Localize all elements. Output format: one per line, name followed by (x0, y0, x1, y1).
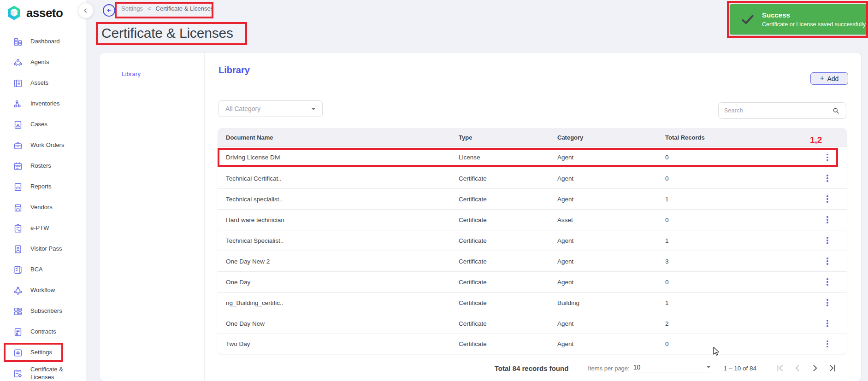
table-body: Driving License DiviLicenseAgent0Technic… (218, 147, 847, 354)
cell-document-name: Two Day (218, 340, 459, 347)
last-page-button[interactable] (827, 362, 838, 374)
sidebar-item-label: Subscribers (30, 307, 74, 315)
column-header: Type (459, 134, 557, 141)
cell-actions (794, 235, 847, 246)
next-page-button[interactable] (809, 362, 821, 374)
table-row[interactable]: One Day New 2CertificateAgent3 (218, 251, 847, 271)
cell-total-records: 1 (665, 299, 794, 306)
table-row[interactable]: Driving License DiviLicenseAgent0 (218, 147, 847, 168)
category-filter-dropdown[interactable]: All Category (218, 100, 323, 117)
row-actions-kebab-icon[interactable] (824, 318, 831, 328)
cell-type: Certificate (459, 279, 557, 286)
next-page-icon (810, 363, 820, 373)
breadcrumb-settings[interactable]: Settings (121, 5, 143, 12)
cell-type: Certificate (459, 175, 557, 182)
back-arrow-icon (105, 6, 113, 14)
sidebar-collapse-button[interactable] (78, 3, 94, 18)
rosters-icon (13, 161, 23, 171)
sidebar-item-bca[interactable]: BCA (0, 259, 86, 280)
last-page-icon (827, 363, 838, 373)
row-actions-kebab-icon[interactable] (824, 215, 831, 225)
brand-name: asseto (26, 6, 63, 20)
row-actions-kebab-icon[interactable] (824, 235, 831, 246)
items-per-page-select[interactable]: 10 (633, 363, 711, 373)
cell-total-records: 0 (665, 154, 794, 161)
cell-type: Certificate (459, 340, 557, 347)
back-button[interactable] (103, 4, 115, 17)
column-header: Category (557, 134, 665, 141)
table-row[interactable]: Technical specialist..CertificateAgent1 (218, 188, 847, 209)
visitor-pass-icon (13, 244, 23, 254)
dashboard-icon (13, 37, 23, 47)
sidebar-item-work-orders[interactable]: Work Orders (0, 135, 86, 156)
sidebar-item-visitor-pass[interactable]: Visitor Pass (0, 239, 86, 259)
cell-category: Agent (557, 196, 665, 203)
search-icon[interactable] (832, 106, 840, 115)
row-actions-kebab-icon[interactable] (824, 173, 831, 183)
row-actions-kebab-icon[interactable] (824, 152, 831, 163)
sidebar-item-subscribers[interactable]: Subscribers (0, 301, 86, 322)
sidebar-item-inventories[interactable]: Inventories (0, 94, 86, 114)
sidebar-item-label: Contracts (30, 328, 74, 335)
sidebar-item-reports[interactable]: Reports (0, 176, 86, 197)
sidebar-item-label: Reports (30, 183, 74, 190)
row-actions-kebab-icon[interactable] (824, 194, 831, 204)
breadcrumb-separator: < (148, 5, 151, 12)
sidebar-item-assets[interactable]: Assets (0, 73, 86, 94)
cell-type: Certificate (459, 258, 557, 265)
cell-document-name: Technical Specialist.. (218, 237, 459, 244)
sidebar-item-agents[interactable]: Agents (0, 52, 86, 73)
tab-library[interactable]: Library (122, 70, 141, 77)
table-row[interactable]: Hard ware technicianCertificateAsset0 (218, 209, 847, 230)
cell-category: Agent (557, 258, 665, 265)
subscribers-icon (13, 306, 23, 317)
search-input[interactable] (724, 107, 832, 114)
sidebar-item-label: Inventories (30, 100, 74, 107)
main-card: Library Library + Add All Category Docum… (100, 53, 861, 381)
cell-actions (794, 194, 847, 204)
table-row[interactable]: Two DayCertificateAgent0 (218, 334, 847, 354)
page-title: Certificate & Licenses (101, 25, 233, 41)
sidebar-item-cases[interactable]: Cases (0, 114, 86, 135)
sidebar-item-dashboard[interactable]: Dashboard (0, 31, 86, 52)
sidebar-item-label: Agents (30, 59, 74, 66)
cell-actions (794, 256, 847, 266)
row-actions-kebab-icon[interactable] (824, 298, 831, 308)
cell-type: Certificate (459, 299, 557, 306)
sidebar-item-certificate-licenses[interactable]: Certificate & Licenses (0, 363, 86, 381)
column-header: Total Records (665, 134, 794, 141)
sidebar-item-vendors[interactable]: Vendors (0, 197, 86, 218)
cell-document-name: One Day (218, 279, 459, 286)
sidebar-item-label: Settings (30, 349, 74, 356)
cell-type: License (459, 154, 557, 161)
row-actions-kebab-icon[interactable] (824, 256, 831, 266)
cell-total-records: 0 (665, 279, 794, 286)
row-actions-kebab-icon[interactable] (824, 277, 831, 287)
cell-total-records: 1 (665, 237, 794, 244)
certificate-licenses-icon (13, 369, 23, 379)
sidebar-item-settings[interactable]: Settings (0, 342, 86, 363)
inventories-icon (13, 99, 23, 109)
total-records-text: Total 84 records found (495, 364, 569, 372)
sidebar-item-contracts[interactable]: Contracts (0, 322, 86, 342)
table-row[interactable]: Technical Specialist..CertificateAgent1 (218, 230, 847, 251)
sidebar-item-workflow[interactable]: Workflow (0, 280, 86, 301)
add-button[interactable]: + Add (810, 72, 848, 85)
table-row[interactable]: Technical Certificat..CertificateAgent0 (218, 168, 847, 188)
caret-down-icon (706, 366, 711, 368)
cell-total-records: 3 (665, 258, 794, 265)
previous-page-button[interactable] (791, 362, 803, 374)
items-per-page-value: 10 (633, 363, 641, 371)
first-page-button[interactable] (774, 362, 786, 374)
sidebar-item-label: e-PTW (30, 224, 74, 232)
cell-actions (794, 318, 847, 328)
breadcrumb: Settings < Certificate & Licenses (121, 5, 213, 12)
table-row[interactable]: One DayCertificateAgent0 (218, 271, 847, 292)
table-row[interactable]: One Day NewCertificateAgent2 (218, 313, 847, 334)
table-row[interactable]: ng_Building_certific..CertificateBuildin… (218, 292, 847, 313)
sidebar-item-rosters[interactable]: Rosters (0, 156, 86, 176)
cell-actions (794, 277, 847, 287)
sidebar-item-e-ptw[interactable]: e-PTW (0, 218, 86, 239)
sidebar-item-label: Work Orders (30, 141, 74, 149)
row-actions-kebab-icon[interactable] (824, 339, 831, 349)
